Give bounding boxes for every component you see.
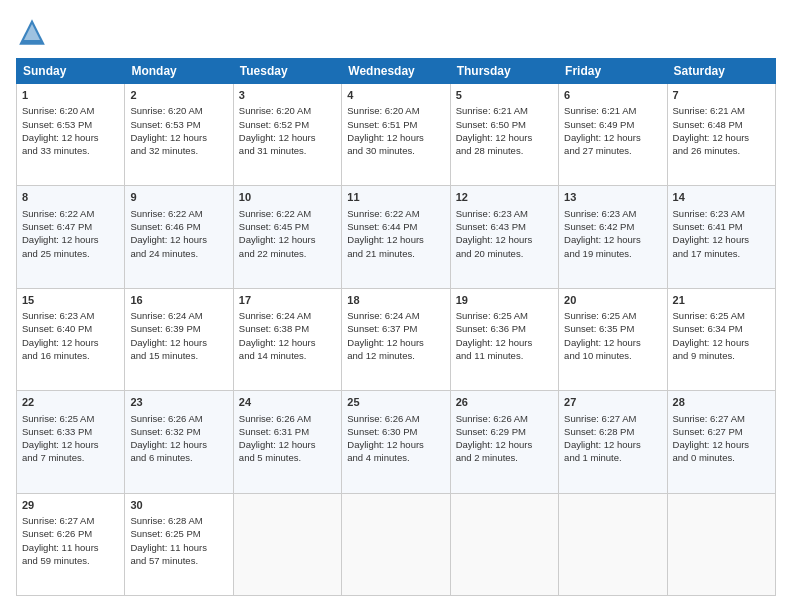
- calendar-cell: 22Sunrise: 6:25 AMSunset: 6:33 PMDayligh…: [17, 391, 125, 493]
- day-info-line: Daylight: 12 hours: [347, 233, 444, 246]
- day-info-line: Sunset: 6:52 PM: [239, 118, 336, 131]
- day-number: 28: [673, 395, 770, 410]
- day-info-line: Sunset: 6:46 PM: [130, 220, 227, 233]
- day-info-line: Daylight: 12 hours: [456, 131, 553, 144]
- day-header-thursday: Thursday: [450, 59, 558, 84]
- calendar-cell: 11Sunrise: 6:22 AMSunset: 6:44 PMDayligh…: [342, 186, 450, 288]
- day-info-line: Sunset: 6:30 PM: [347, 425, 444, 438]
- day-info-line: and 12 minutes.: [347, 349, 444, 362]
- day-info-line: Sunrise: 6:23 AM: [564, 207, 661, 220]
- calendar-cell: 21Sunrise: 6:25 AMSunset: 6:34 PMDayligh…: [667, 288, 775, 390]
- day-number: 8: [22, 190, 119, 205]
- day-info-line: and 4 minutes.: [347, 451, 444, 464]
- day-info-line: and 21 minutes.: [347, 247, 444, 260]
- day-info-line: Daylight: 12 hours: [564, 438, 661, 451]
- logo-icon: [16, 16, 48, 48]
- day-info-line: and 30 minutes.: [347, 144, 444, 157]
- calendar-cell: [233, 493, 341, 595]
- day-info-line: and 2 minutes.: [456, 451, 553, 464]
- day-info-line: Sunrise: 6:22 AM: [22, 207, 119, 220]
- day-info-line: Sunrise: 6:27 AM: [673, 412, 770, 425]
- header: [16, 16, 776, 48]
- day-number: 17: [239, 293, 336, 308]
- day-info-line: Sunset: 6:35 PM: [564, 322, 661, 335]
- calendar-cell: 3Sunrise: 6:20 AMSunset: 6:52 PMDaylight…: [233, 84, 341, 186]
- calendar-cell: 18Sunrise: 6:24 AMSunset: 6:37 PMDayligh…: [342, 288, 450, 390]
- day-info-line: and 16 minutes.: [22, 349, 119, 362]
- page: SundayMondayTuesdayWednesdayThursdayFrid…: [0, 0, 792, 612]
- day-info-line: Sunrise: 6:25 AM: [564, 309, 661, 322]
- day-info-line: Sunrise: 6:20 AM: [347, 104, 444, 117]
- day-info-line: and 31 minutes.: [239, 144, 336, 157]
- day-info-line: Daylight: 12 hours: [673, 336, 770, 349]
- calendar-cell: 5Sunrise: 6:21 AMSunset: 6:50 PMDaylight…: [450, 84, 558, 186]
- calendar-cell: 29Sunrise: 6:27 AMSunset: 6:26 PMDayligh…: [17, 493, 125, 595]
- day-info-line: Sunset: 6:43 PM: [456, 220, 553, 233]
- day-header-friday: Friday: [559, 59, 667, 84]
- day-info-line: Sunset: 6:47 PM: [22, 220, 119, 233]
- day-info-line: Sunset: 6:37 PM: [347, 322, 444, 335]
- day-info-line: Daylight: 12 hours: [456, 233, 553, 246]
- day-info-line: Sunrise: 6:25 AM: [673, 309, 770, 322]
- day-info-line: and 59 minutes.: [22, 554, 119, 567]
- day-info-line: Sunrise: 6:22 AM: [130, 207, 227, 220]
- day-info-line: Sunrise: 6:26 AM: [239, 412, 336, 425]
- day-info-line: and 32 minutes.: [130, 144, 227, 157]
- day-number: 29: [22, 498, 119, 513]
- day-info-line: Daylight: 12 hours: [130, 336, 227, 349]
- day-info-line: and 26 minutes.: [673, 144, 770, 157]
- day-info-line: and 28 minutes.: [456, 144, 553, 157]
- day-number: 25: [347, 395, 444, 410]
- day-info-line: Sunrise: 6:23 AM: [456, 207, 553, 220]
- day-info-line: Sunset: 6:53 PM: [22, 118, 119, 131]
- day-info-line: Sunset: 6:45 PM: [239, 220, 336, 233]
- day-info-line: and 7 minutes.: [22, 451, 119, 464]
- day-number: 18: [347, 293, 444, 308]
- day-header-wednesday: Wednesday: [342, 59, 450, 84]
- day-info-line: and 17 minutes.: [673, 247, 770, 260]
- day-info-line: Sunrise: 6:28 AM: [130, 514, 227, 527]
- day-number: 10: [239, 190, 336, 205]
- day-info-line: and 20 minutes.: [456, 247, 553, 260]
- calendar-cell: 26Sunrise: 6:26 AMSunset: 6:29 PMDayligh…: [450, 391, 558, 493]
- calendar-table: SundayMondayTuesdayWednesdayThursdayFrid…: [16, 58, 776, 596]
- day-info-line: Daylight: 12 hours: [564, 233, 661, 246]
- day-info-line: and 19 minutes.: [564, 247, 661, 260]
- day-header-sunday: Sunday: [17, 59, 125, 84]
- day-info-line: Sunrise: 6:22 AM: [347, 207, 444, 220]
- day-info-line: Sunrise: 6:20 AM: [239, 104, 336, 117]
- day-info-line: Daylight: 12 hours: [22, 438, 119, 451]
- day-info-line: and 10 minutes.: [564, 349, 661, 362]
- day-number: 4: [347, 88, 444, 103]
- day-info-line: Daylight: 12 hours: [22, 336, 119, 349]
- calendar-cell: 7Sunrise: 6:21 AMSunset: 6:48 PMDaylight…: [667, 84, 775, 186]
- day-info-line: Sunset: 6:28 PM: [564, 425, 661, 438]
- day-info-line: Sunrise: 6:27 AM: [564, 412, 661, 425]
- calendar-cell: 28Sunrise: 6:27 AMSunset: 6:27 PMDayligh…: [667, 391, 775, 493]
- day-number: 9: [130, 190, 227, 205]
- day-info-line: Sunset: 6:31 PM: [239, 425, 336, 438]
- day-info-line: and 6 minutes.: [130, 451, 227, 464]
- day-info-line: and 25 minutes.: [22, 247, 119, 260]
- day-info-line: Sunrise: 6:22 AM: [239, 207, 336, 220]
- calendar-cell: [559, 493, 667, 595]
- day-number: 19: [456, 293, 553, 308]
- day-number: 5: [456, 88, 553, 103]
- day-info-line: Daylight: 12 hours: [239, 131, 336, 144]
- day-info-line: Daylight: 12 hours: [22, 131, 119, 144]
- day-info-line: Sunset: 6:34 PM: [673, 322, 770, 335]
- calendar-header-row: SundayMondayTuesdayWednesdayThursdayFrid…: [17, 59, 776, 84]
- day-info-line: Sunset: 6:39 PM: [130, 322, 227, 335]
- day-info-line: and 27 minutes.: [564, 144, 661, 157]
- day-info-line: Sunrise: 6:26 AM: [456, 412, 553, 425]
- day-info-line: Sunrise: 6:20 AM: [130, 104, 227, 117]
- day-number: 24: [239, 395, 336, 410]
- day-info-line: and 15 minutes.: [130, 349, 227, 362]
- day-number: 15: [22, 293, 119, 308]
- logo: [16, 16, 52, 48]
- day-info-line: Sunrise: 6:26 AM: [347, 412, 444, 425]
- calendar-cell: 16Sunrise: 6:24 AMSunset: 6:39 PMDayligh…: [125, 288, 233, 390]
- week-row-2: 8Sunrise: 6:22 AMSunset: 6:47 PMDaylight…: [17, 186, 776, 288]
- day-info-line: Sunrise: 6:24 AM: [347, 309, 444, 322]
- day-info-line: and 5 minutes.: [239, 451, 336, 464]
